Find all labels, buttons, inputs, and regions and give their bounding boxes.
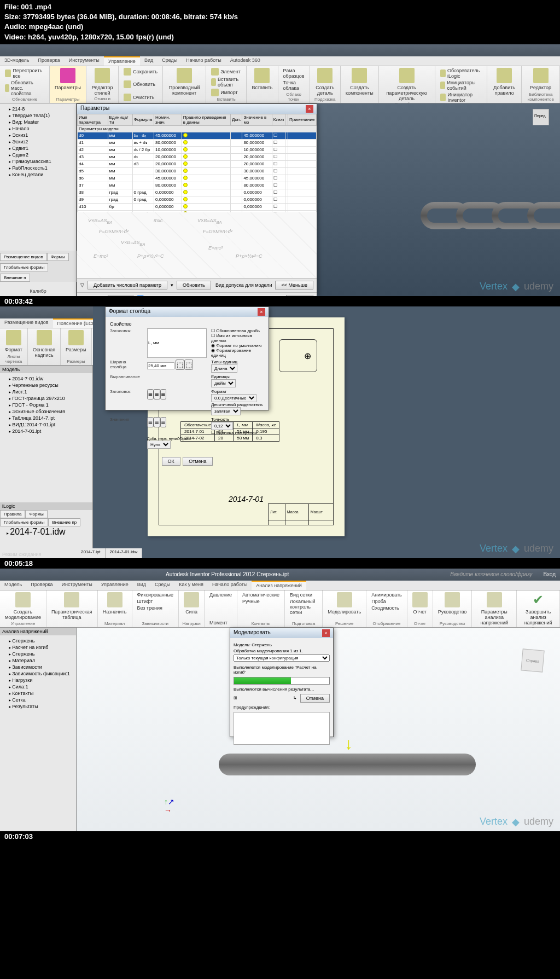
ribbon-tab[interactable]: Autodesk 360 (226, 56, 265, 66)
unit-type-select[interactable]: Длина (211, 364, 237, 373)
ilogic-item[interactable]: 2014-7-01.idw (0, 526, 92, 537)
ribbon-tab[interactable]: Модель (0, 581, 26, 590)
param-row[interactable]: d7мм80,00000080,000000☐ (78, 182, 317, 189)
unit-string-checkbox[interactable]: ☐ Единица измерения (211, 430, 264, 435)
minus-icon[interactable]: ━ (274, 295, 283, 296)
viewport-3d[interactable]: Перед → Параметры × Имя параметраЕдиница… (77, 103, 560, 296)
units-select[interactable]: дюйм (211, 379, 236, 387)
param-row[interactable]: d10бр0,0000000,000000☐ (78, 203, 317, 210)
auto-contact-button[interactable]: Автоматические (241, 592, 281, 598)
tree-item[interactable]: Материал (2, 657, 74, 664)
report-button[interactable]: Отчет (411, 592, 429, 615)
ilogic-tab[interactable]: Внешние пр (48, 518, 80, 526)
from-source-checkbox[interactable]: ☐ Имя из источника данных (211, 333, 264, 343)
ribbon-tab[interactable]: 3D-модель (0, 56, 33, 66)
parameters-button[interactable]: Параметры (53, 67, 83, 91)
apply-units-radio[interactable]: ◉ Форматирование единиц (211, 348, 264, 358)
frame-button[interactable]: Рама образцов (282, 67, 306, 79)
tree-item[interactable]: ГОСТ-граница 297x210 (2, 395, 90, 402)
styles-editor-button[interactable]: Редактор стилей (90, 67, 115, 96)
main-inscription-button[interactable]: Основная надпись (31, 329, 57, 358)
tree-item[interactable]: 2014-7-01.idw (2, 375, 90, 382)
param-row[interactable]: d0ммb₀ - d₀45,00000045,000000☐ (78, 132, 317, 139)
ribbon-tab[interactable]: Инструменты (57, 581, 97, 590)
align-right-button[interactable]: ≡ (160, 389, 167, 399)
format-select[interactable]: 0.0 Десятичные (211, 394, 256, 402)
ilogic-browser-button[interactable]: Обозреватель iLogic (439, 67, 483, 79)
triangle-icon[interactable]: ▲ (254, 295, 263, 296)
animate-button[interactable]: Анимировать (370, 592, 404, 598)
param-row[interactable]: d2ммd₁ / 2 бр10,00000010,000000☐ (78, 146, 317, 153)
tree-item[interactable]: Зависимости (2, 664, 74, 670)
format-default-radio[interactable]: ◉ Формат по умолчанию (211, 343, 264, 348)
ilogic-tab[interactable]: Правила (0, 510, 25, 518)
replace-frac-checkbox[interactable]: ☐ Обыкновенная дробь (211, 328, 264, 333)
ilogic-tab[interactable]: Глобальные формы (0, 518, 48, 526)
tree-item[interactable]: Твердые тела(1) (2, 112, 74, 119)
local-mesh-button[interactable]: Локальный контроль сетки (288, 598, 319, 616)
tree-item[interactable]: ГОСТ - Форма 1 (2, 402, 90, 408)
cloud-pts-button[interactable]: Точка облака (282, 79, 306, 91)
panel-tab[interactable]: Глобальные формы (0, 263, 48, 271)
align-right-button[interactable]: ≡ (160, 417, 167, 427)
mesh-view-button[interactable]: Вид сетки (288, 592, 319, 598)
tree-item[interactable]: Начало (2, 125, 74, 132)
param-row[interactable]: d6мм45,00000045,000000☐ (78, 175, 317, 182)
convergence-button[interactable]: Сходимость (370, 605, 404, 611)
update-mass-button[interactable]: Обновить масс. свойства (3, 79, 46, 97)
clear-button[interactable]: Очистить (122, 93, 159, 102)
drawing-viewport[interactable]: ОбозначениеD, ммL, ммМасса, кг2014-7-012… (93, 306, 560, 558)
tree-item[interactable]: Расчет на изгиб (2, 644, 74, 651)
ribbon-tab[interactable]: Начало работы (208, 581, 252, 590)
plus-icon[interactable]: ✚ (244, 295, 253, 296)
param-row[interactable]: d4ммd320,00000020,000000☐ (78, 160, 317, 167)
ilogic-inv-button[interactable]: Инициатор Inventor (439, 91, 483, 103)
ribbon-tab[interactable]: Среды (150, 581, 174, 590)
param-row[interactable]: d1ммa₁ + d₁80,00000080,000000☐ (78, 139, 317, 146)
tree-item[interactable]: Таблица 2014-7.ipt (2, 415, 90, 421)
cancel-button[interactable]: Отмена (183, 457, 212, 466)
tree-item[interactable]: ВИД1:2014-7-01.ipt (2, 421, 90, 428)
update-button[interactable]: Обновить (177, 281, 211, 289)
ribbon-tab[interactable]: Как у меня (174, 581, 208, 590)
ribbon-tab[interactable]: Управление (97, 581, 133, 590)
tree-item[interactable]: Нагрузки (2, 677, 74, 683)
ribbon-tab[interactable]: Инструменты (65, 56, 104, 66)
less-button[interactable]: << Меньше (275, 281, 313, 289)
save-button[interactable]: Сохранить (122, 67, 159, 76)
ribbon-tab[interactable]: Проверка (33, 56, 64, 66)
pressure-button[interactable]: Давление (208, 592, 234, 598)
tree-item[interactable]: РабПлоскость1 (2, 165, 74, 171)
add-param-button[interactable]: Добавить числовой параметр (88, 281, 167, 289)
dialog-titlebar[interactable]: Параметры × (77, 104, 317, 114)
sizes-button[interactable]: Размеры (64, 329, 88, 353)
update-button[interactable]: Обновить (122, 80, 159, 89)
ok-button[interactable]: ОК (162, 457, 180, 466)
tree-item[interactable]: Чертежные ресурсы (2, 382, 90, 389)
param-row[interactable]: d3ммd₂20,00000020,000000☐ (78, 153, 317, 160)
tree-item[interactable]: Эскизные обозначения (2, 408, 90, 415)
dialog-titlebar[interactable]: Моделировать × (230, 628, 333, 638)
tree-item[interactable]: Сдвиг2 (2, 152, 74, 158)
param-row[interactable]: d5мм30,00000030,000000☐ (78, 167, 317, 175)
tree-item[interactable]: Вид: Master (2, 119, 74, 125)
tree-item[interactable]: Эскиз2 (2, 138, 74, 145)
guide-button[interactable]: Руководство (436, 592, 469, 615)
doc-tab[interactable]: 2014-7-01.idw (106, 548, 143, 558)
force-button[interactable]: Сила (182, 592, 201, 615)
sim-settings-button[interactable]: Параметры анализа напряжений (475, 592, 513, 626)
width-btn2[interactable]: ⬚ (184, 360, 193, 370)
tree-item[interactable]: 2014-7-01.ipt (2, 428, 90, 435)
dialog-titlebar[interactable]: Формат столбца × (106, 307, 269, 317)
tree-item[interactable]: Конец детали (2, 171, 74, 178)
panel-tab[interactable]: Внешние п (0, 274, 30, 282)
search-hint[interactable]: Введите ключевое слово/фразу (450, 571, 532, 577)
help-icon[interactable]: ▽ (80, 282, 84, 288)
done-button[interactable]: Готово (286, 295, 313, 296)
ribbon-tab[interactable]: Вид (133, 581, 150, 590)
tree-item[interactable]: Сила:1 (2, 683, 74, 690)
ilogic-tab[interactable]: Формы (25, 510, 47, 518)
config-select[interactable]: Только текущая конфигурация (234, 654, 330, 662)
tree-item[interactable]: 214-8 (2, 106, 74, 112)
probe-button[interactable]: Проба (370, 598, 404, 605)
